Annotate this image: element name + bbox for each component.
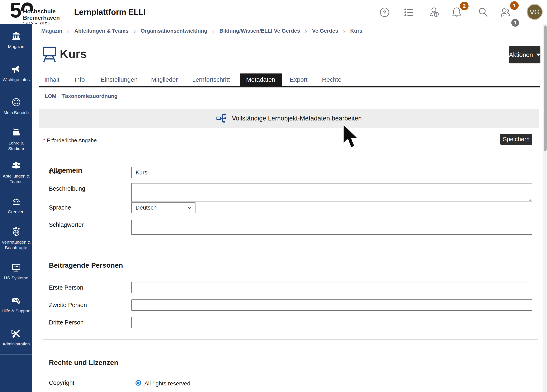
chevron-down-icon: [536, 54, 541, 56]
search-icon[interactable]: [478, 7, 489, 18]
globe-people-icon: [12, 227, 21, 237]
sidebar-item-hs-systeme[interactable]: *** HS-Systeme: [0, 255, 32, 288]
scrollbar-thumb[interactable]: [544, 26, 547, 151]
tab-underline: [39, 86, 540, 88]
breadcrumb-link[interactable]: Ve Gerdes: [312, 28, 338, 34]
header: 5 Hochschule Bremerhaven 1975 – 2025 Ler…: [0, 0, 547, 24]
copyright-radio[interactable]: [136, 380, 141, 386]
sidebar-item-label: Administration: [2, 341, 30, 347]
breadcrumb-separator: ›: [133, 28, 136, 34]
breadcrumb-separator: ›: [305, 28, 307, 34]
sidebar-item-hilfe-support[interactable]: ? Hilfe & Support: [0, 288, 32, 321]
copyright-label: Copyright: [49, 379, 74, 386]
schlagwoerter-label: Schlagwörter: [49, 222, 83, 228]
resize-grip-icon[interactable]: [527, 198, 532, 203]
monitor-icon: ***: [12, 263, 21, 273]
actions-button-label: Aktionen: [509, 51, 533, 58]
svg-text:?: ?: [18, 301, 20, 304]
sidebar-item-label: Magazin: [7, 44, 25, 49]
tab-info[interactable]: Info: [75, 74, 85, 86]
zweite-person-input[interactable]: [131, 299, 532, 311]
schlagwoerter-input[interactable]: [131, 220, 532, 235]
breadcrumb-link[interactable]: Organisationsentwicklung: [141, 28, 207, 34]
sidebar-item-gremien[interactable]: Gremien: [0, 189, 32, 222]
svg-text:?: ?: [383, 9, 386, 16]
smiley-icon: [12, 97, 21, 108]
tab-einstellungen[interactable]: Einstellungen: [101, 74, 137, 86]
zweite-person-label: Zweite Person: [49, 302, 87, 309]
contacts-badge-top: 1: [510, 1, 519, 10]
dritte-person-input[interactable]: [131, 317, 532, 328]
section-heading-rechte: Rechte und Lizenzen: [49, 358, 118, 366]
sidebar-item-label: Lehre & Studium: [0, 140, 32, 151]
breadcrumb-separator: ›: [67, 28, 70, 34]
avatar[interactable]: VG: [527, 4, 543, 20]
bell-badge: 2: [460, 2, 469, 10]
edit-full-metadata-label: Vollständige Lernobjekt-Metadaten bearbe…: [232, 115, 362, 122]
sidebar-item-wichtige-infos[interactable]: Wichtige Infos: [0, 57, 32, 90]
erste-person-input[interactable]: [131, 282, 532, 293]
sidebar-item-lehre-studium[interactable]: Lehre & Studium: [0, 123, 32, 156]
beschreibung-textarea[interactable]: [131, 183, 532, 202]
section-divider: [42, 339, 538, 340]
titel-label: Titel*: [49, 169, 62, 176]
sidebar-item-abteilungen-teams[interactable]: Abteilungen & Teams: [0, 156, 32, 189]
section-heading-beitragende: Beitragende Personen: [49, 261, 123, 269]
svg-text:***: ***: [14, 265, 18, 269]
tab-metadaten[interactable]: Metadaten: [240, 74, 282, 86]
tab-lernfortschritt[interactable]: Lernfortschritt: [192, 74, 230, 86]
titel-required-star: *: [60, 169, 62, 176]
sidebar-item-label: HS-Systeme: [3, 275, 29, 281]
actions-button[interactable]: Aktionen: [509, 46, 540, 63]
logo-50-number: 5: [10, 0, 21, 22]
contacts-badge-bottom: 1: [511, 19, 519, 27]
course-icon: [41, 45, 58, 63]
people-group-icon: [12, 161, 21, 171]
sidebar-item-label: Vertretungen & Beauftragte: [0, 239, 32, 250]
subtab-taxonomiezuordnung[interactable]: Taxonomiezuordnung: [62, 93, 118, 99]
university-logo[interactable]: 5 Hochschule Bremerhaven 1975 – 2025: [10, 1, 61, 23]
section-divider: [42, 242, 538, 242]
required-asterisk: *: [43, 137, 45, 143]
sidebar-item-vertretungen[interactable]: Vertretungen & Beauftragte: [0, 222, 32, 255]
page-title: Kurs: [60, 46, 87, 61]
metadata-graph-icon: [216, 113, 226, 124]
sprache-label: Sprache: [49, 204, 71, 211]
tab-mitglieder[interactable]: Mitglieder: [151, 74, 178, 86]
sidebar-item-label: Gremien: [7, 209, 25, 215]
breadcrumb-separator: ›: [212, 28, 215, 34]
sprache-select[interactable]: Deutsch: [131, 202, 195, 213]
books-icon: [12, 128, 21, 138]
tab-export[interactable]: Export: [290, 74, 308, 86]
sidebar-item-mein-bereich[interactable]: Mein Bereich: [0, 90, 32, 123]
megaphone-icon: [12, 64, 21, 75]
breadcrumb-current[interactable]: Kurs: [350, 28, 362, 34]
bank-icon: [12, 31, 21, 42]
sidebar-item-administration[interactable]: Administration: [0, 321, 32, 354]
svg-text:!: !: [436, 13, 437, 16]
edit-full-metadata-bar[interactable]: Vollständige Lernobjekt-Metadaten bearbe…: [39, 109, 539, 128]
app-title: Lernplattform ELLI: [74, 0, 146, 24]
breadcrumb-link[interactable]: Abteilungen & Teams: [74, 28, 129, 34]
scrollbar-track[interactable]: [543, 24, 547, 392]
tab-inhalt[interactable]: Inhalt: [44, 74, 59, 86]
user-alert-icon[interactable]: !: [429, 7, 440, 18]
contacts-icon[interactable]: [500, 7, 511, 18]
tab-rechte[interactable]: Rechte: [322, 74, 342, 86]
beschreibung-label: Beschreibung: [49, 185, 85, 192]
mail-question-icon: ?: [12, 296, 21, 306]
sidebar-item-label: Mein Bereich: [3, 110, 29, 115]
copyright-radio-label[interactable]: All rights reserved: [144, 380, 190, 387]
subtab-lom[interactable]: LOM: [45, 93, 56, 100]
logo-line2: Bremerhaven: [23, 14, 60, 21]
help-icon[interactable]: ?: [379, 7, 390, 18]
titel-input[interactable]: [131, 167, 532, 178]
save-button[interactable]: Speichern: [500, 134, 532, 145]
breadcrumb-link[interactable]: Bildung/Wissen/ELLI Ve Gerdes: [219, 28, 300, 34]
list-menu-icon[interactable]: [404, 7, 415, 18]
sidebar-item-magazin[interactable]: Magazin: [0, 24, 32, 57]
tools-icon: [12, 329, 21, 339]
bell-icon[interactable]: [451, 6, 462, 17]
sidebar-item-label: Hilfe & Support: [1, 308, 31, 314]
breadcrumb-link[interactable]: Magazin: [41, 28, 62, 34]
